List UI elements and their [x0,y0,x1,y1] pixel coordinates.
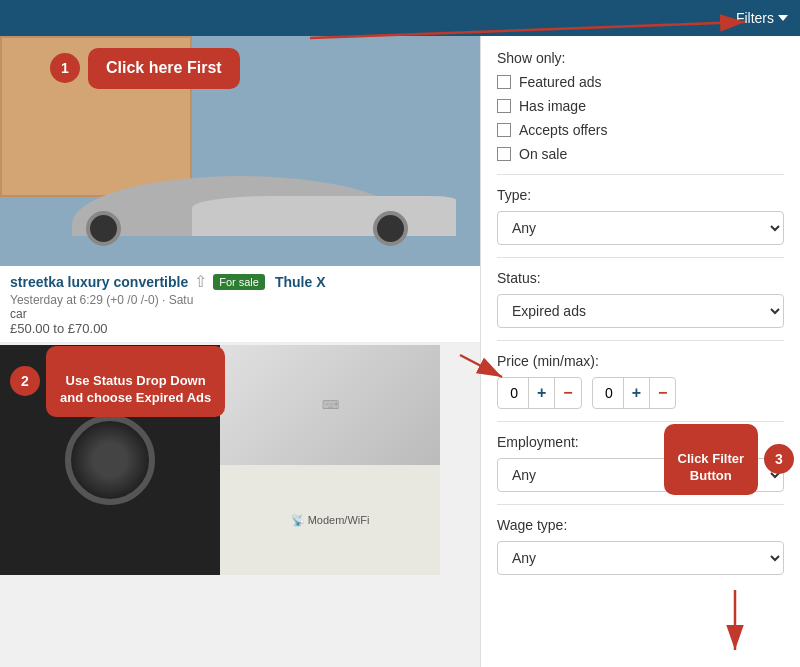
filters-dropdown-arrow [778,15,788,21]
on-sale-label[interactable]: On sale [519,146,567,162]
filters-label: Filters [736,10,774,26]
type-select[interactable]: Any Offer Wanted [497,211,784,245]
featured-ads-checkbox[interactable] [497,75,511,89]
status-select[interactable]: Any Active ads Expired ads [497,294,784,328]
price-min-group: 0 + − [497,377,582,409]
step-1-callout: Click here First [88,48,240,89]
step-2-bubble: 2 [10,366,40,396]
listing-rating: (+0 /0 /-0) [106,293,158,307]
car-hood [192,196,456,236]
price-inputs-row: 0 + − 0 + − [497,377,784,409]
annotation-3-group: Click Filter Button 3 [664,424,794,495]
status-title: Status: [497,270,784,286]
status-section: Status: Any Active ads Expired ads [497,270,784,328]
car-wheel-left [86,211,121,246]
divider-3 [497,340,784,341]
keyboard-listing-image[interactable]: ⌨ [220,345,440,465]
price-min-minus-button[interactable]: − [554,378,580,408]
step-3-callout: Click Filter Button [664,424,758,495]
filters-panel: Show only: Featured ads Has image Accept… [480,36,800,667]
annotation-2-group: 2 Use Status Drop Down and choose Expire… [10,346,225,417]
listing-day: Satu [169,293,194,307]
modem-placeholder: 📡 Modem/WiFi [291,514,370,527]
listing-date: Yesterday at 6:29 [10,293,103,307]
listing-type: car [10,307,470,321]
step-2-callout: Use Status Drop Down and choose Expired … [46,346,225,417]
featured-ads-label[interactable]: Featured ads [519,74,602,90]
wage-type-select[interactable]: Any Hourly Annual [497,541,784,575]
price-max-value: 0 [593,379,623,407]
wage-type-title: Wage type: [497,517,784,533]
listing-meta: Yesterday at 6:29 (+0 /0 /-0) · Satu [10,293,470,307]
listing-price: £50.00 to £70.00 [10,321,470,336]
second-listing-title[interactable]: Thule X [275,274,326,290]
price-title: Price (min/max): [497,353,784,369]
price-min-value: 0 [498,379,528,407]
divider-4 [497,421,784,422]
wage-type-section: Wage type: Any Hourly Annual [497,517,784,575]
share-icon[interactable]: ⇧ [194,272,207,291]
camera-lens [65,415,155,505]
employment-section: Employment: Any Full-time Part-time Clic… [497,434,784,492]
price-section: Price (min/max): 0 + − 0 + − [497,353,784,409]
listing-info: streetka luxury convertible ⇧ For sale T… [0,266,480,343]
modem-listing-image[interactable]: 📡 Modem/WiFi [220,465,440,575]
step-3-bubble: 3 [764,444,794,474]
step-1-bubble: 1 [50,53,80,83]
has-image-label[interactable]: Has image [519,98,586,114]
show-only-section: Show only: Featured ads Has image Accept… [497,50,784,162]
price-min-plus-button[interactable]: + [528,378,554,408]
price-max-plus-button[interactable]: + [623,378,649,408]
keyboard-placeholder: ⌨ [322,398,339,412]
listing-title-row: streetka luxury convertible ⇧ For sale T… [10,272,470,291]
for-sale-badge: For sale [213,274,265,290]
price-max-group: 0 + − [592,377,677,409]
car-wheel-right [373,211,408,246]
type-title: Type: [497,187,784,203]
show-only-title: Show only: [497,50,784,66]
checkbox-featured-ads: Featured ads [497,74,784,90]
divider-5 [497,504,784,505]
accepts-offers-checkbox[interactable] [497,123,511,137]
filters-button[interactable]: Filters [736,10,788,26]
accepts-offers-label[interactable]: Accepts offers [519,122,607,138]
type-section: Type: Any Offer Wanted [497,187,784,245]
divider-2 [497,257,784,258]
top-navigation-bar: Filters [0,0,800,36]
listing-title-link[interactable]: streetka luxury convertible [10,274,188,290]
annotation-1-group: 1 Click here First [50,48,240,89]
right-images-column: ⌨ 📡 Modem/WiFi [220,345,440,575]
listings-panel: streetka luxury convertible ⇧ For sale T… [0,36,480,667]
checkbox-has-image: Has image [497,98,784,114]
on-sale-checkbox[interactable] [497,147,511,161]
checkbox-on-sale: On sale [497,146,784,162]
checkbox-accepts-offers: Accepts offers [497,122,784,138]
price-max-minus-button[interactable]: − [649,378,675,408]
divider-1 [497,174,784,175]
main-layout: streetka luxury convertible ⇧ For sale T… [0,36,800,667]
has-image-checkbox[interactable] [497,99,511,113]
